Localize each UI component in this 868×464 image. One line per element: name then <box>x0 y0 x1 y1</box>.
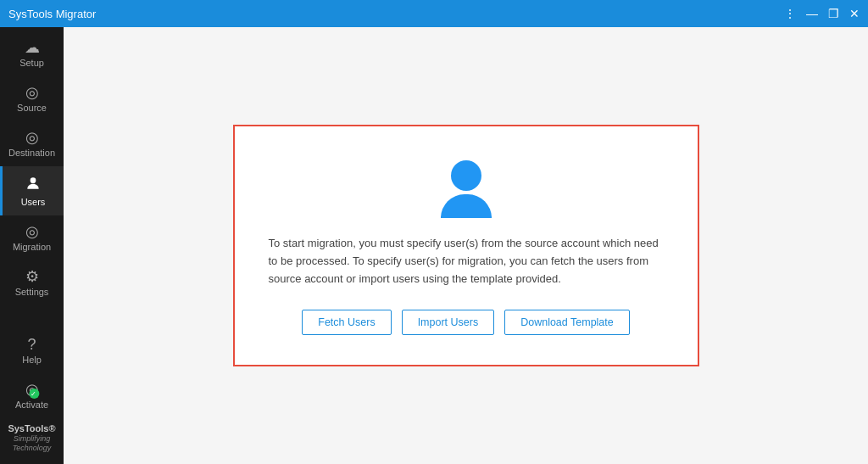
sidebar-item-label: Destination <box>8 148 55 158</box>
sidebar-item-label: Source <box>17 103 47 113</box>
close-button[interactable]: ✕ <box>849 8 860 20</box>
sidebar-item-settings[interactable]: ⚙ Settings <box>0 260 64 305</box>
sidebar-item-destination[interactable]: ◎ Destination <box>0 121 64 166</box>
activate-badge <box>29 389 39 399</box>
avatar-body <box>441 194 492 218</box>
brand: SysTools® Simplifying Technology <box>0 418 64 457</box>
menu-icon[interactable]: ⋮ <box>784 8 796 20</box>
destination-icon: ◎ <box>25 130 39 145</box>
users-icon <box>25 175 42 194</box>
sidebar: ☁ Setup ◎ Source ◎ Destination Users ◎ M… <box>0 27 64 464</box>
migration-icon: ◎ <box>25 224 39 239</box>
sidebar-item-label: Migration <box>13 242 51 252</box>
avatar-head <box>451 160 481 191</box>
sidebar-item-activate[interactable]: ◎ Activate <box>0 373 64 418</box>
sidebar-item-setup[interactable]: ☁ Setup <box>0 31 64 76</box>
title-bar-left: SysTools Migrator <box>8 8 96 20</box>
minimize-button[interactable]: — <box>806 8 818 20</box>
svg-point-0 <box>31 177 36 183</box>
sidebar-item-label: Users <box>21 197 46 207</box>
settings-icon: ⚙ <box>25 269 39 284</box>
users-description: To start migration, you must specify use… <box>269 235 664 288</box>
sidebar-item-users[interactable]: Users <box>0 166 64 215</box>
user-avatar <box>441 160 492 218</box>
sidebar-item-label: Help <box>22 355 42 365</box>
sidebar-item-migration[interactable]: ◎ Migration <box>0 215 64 260</box>
brand-name: SysTools® <box>3 423 60 433</box>
app-title: SysTools Migrator <box>8 8 96 20</box>
sidebar-item-label: Settings <box>15 287 49 297</box>
users-actions: Fetch Users Import Users Download Templa… <box>302 310 630 335</box>
title-bar: SysTools Migrator ⋮ — ❐ ✕ <box>0 0 868 27</box>
source-icon: ◎ <box>25 85 39 100</box>
help-icon: ? <box>27 337 36 352</box>
cloud-icon: ☁ <box>25 40 40 55</box>
brand-tagline: Simplifying Technology <box>13 434 52 452</box>
fetch-users-button[interactable]: Fetch Users <box>302 310 391 335</box>
sidebar-item-help[interactable]: ? Help <box>0 328 64 373</box>
sidebar-bottom: ? Help ◎ Activate SysTools® Simplifying … <box>0 328 64 464</box>
users-panel: To start migration, you must specify use… <box>233 125 699 366</box>
title-bar-controls: ⋮ — ❐ ✕ <box>784 8 860 20</box>
sidebar-item-label: Activate <box>15 400 48 410</box>
main-content: To start migration, you must specify use… <box>64 27 868 464</box>
restore-button[interactable]: ❐ <box>828 8 839 20</box>
sidebar-item-source[interactable]: ◎ Source <box>0 76 64 121</box>
app-body: ☁ Setup ◎ Source ◎ Destination Users ◎ M… <box>0 27 868 464</box>
sidebar-item-label: Setup <box>19 58 44 68</box>
import-users-button[interactable]: Import Users <box>402 310 495 335</box>
download-template-button[interactable]: Download Template <box>504 310 630 335</box>
